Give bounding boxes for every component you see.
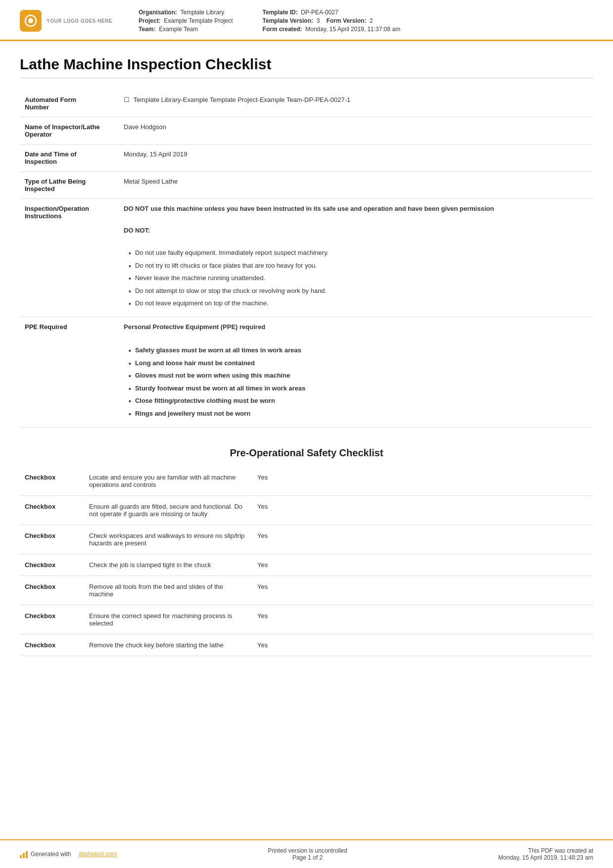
checklist-col1-4: Checkbox	[20, 576, 84, 605]
pdf-created-label: This PDF was created at	[498, 847, 593, 854]
checklist-row-6: Checkbox Remove the chuck key before sta…	[20, 634, 593, 656]
list-item: Sturdy footwear must be worn at all time…	[129, 383, 588, 396]
inspector-value: Dave Hodgson	[119, 117, 593, 145]
footer-left: Generated with dashpivot.com	[20, 850, 117, 858]
svg-point-1	[28, 18, 33, 23]
form-version-label: Form Version:	[327, 17, 367, 24]
list-item: Do not use faulty equipment. Immediately…	[129, 247, 588, 260]
header-meta: Organisation: Template Library Project: …	[139, 9, 593, 33]
checklist-col1-2: Checkbox	[20, 525, 84, 554]
list-item: Close fitting/protective clothing must b…	[129, 395, 588, 408]
checklist-col1-0: Checkbox	[20, 467, 84, 496]
team-line: Team: Example Team	[139, 26, 233, 33]
template-id-value: DP-PEA-0027	[301, 9, 338, 16]
pdf-created-value: Monday, 15 April 2019, 11:48:23 am	[498, 854, 593, 861]
version-line: Template Version: 3 Form Version: 2	[263, 17, 401, 24]
org-value: Template Library	[180, 9, 224, 16]
template-version-value: 3	[317, 17, 320, 24]
list-item: Safety glasses must be worn at all times…	[129, 345, 588, 358]
checklist-col3-6: Yes	[252, 634, 593, 656]
instructions-label: Inspection/OperationInstructions	[20, 199, 119, 317]
checklist-col3-5: Yes	[252, 605, 593, 634]
form-created-label: Form created:	[263, 26, 302, 33]
footer: Generated with dashpivot.com Printed ver…	[0, 839, 613, 868]
uncontrolled-text: Printed version is uncontrolled	[268, 847, 347, 854]
checklist-col2-3: Check the job is clamped tight in the ch…	[84, 554, 252, 576]
project-value: Example Template Project	[164, 17, 233, 24]
ppe-list: Safety glasses must be worn at all times…	[129, 345, 588, 421]
form-created-value: Monday, 15 April 2019, 11:37:08 am	[305, 26, 400, 33]
list-item: Rings and jewellery must not be worn	[129, 408, 588, 421]
list-item: Do not leave equipment on top of the mac…	[129, 298, 588, 311]
logo-text: YOUR LOGO GOES HERE	[47, 18, 112, 24]
checklist-col2-4: Remove all tools from the bed and slides…	[84, 576, 252, 605]
row-date: Date and Time ofInspection Monday, 15 Ap…	[20, 145, 593, 172]
template-version-label: Template Version:	[263, 17, 313, 24]
header-col-left: Organisation: Template Library Project: …	[139, 9, 233, 33]
checklist-col2-5: Ensure the correct speed for machining p…	[84, 605, 252, 634]
checklist-col2-1: Ensure all guards are fitted, secure and…	[84, 495, 252, 525]
ppe-header: Personal Protective Equipment (PPE) requ…	[124, 323, 588, 331]
lathe-type-label: Type of Lathe BeingInspected	[20, 172, 119, 199]
checklist-col3-3: Yes	[252, 554, 593, 576]
lathe-type-value: Metal Speed Lathe	[119, 172, 593, 199]
do-not-header: DO NOT:	[124, 227, 588, 234]
checklist-col2-6: Remove the chuck key before starting the…	[84, 634, 252, 656]
do-not-list: Do not use faulty equipment. Immediately…	[129, 247, 588, 311]
list-item: Do not try to lift chucks or face plates…	[129, 260, 588, 273]
checklist-col3-2: Yes	[252, 525, 593, 554]
header-col-right: Template ID: DP-PEA-0027 Template Versio…	[263, 9, 401, 33]
project-label: Project:	[139, 17, 161, 24]
row-lathe-type: Type of Lathe BeingInspected Metal Speed…	[20, 172, 593, 199]
row-ppe: PPE Required Personal Protective Equipme…	[20, 317, 593, 427]
checklist-col1-5: Checkbox	[20, 605, 84, 634]
checklist-col1-6: Checkbox	[20, 634, 84, 656]
team-label: Team:	[139, 26, 155, 33]
list-item: Gloves must not be worn when using this …	[129, 370, 588, 383]
checklist-row-5: Checkbox Ensure the correct speed for ma…	[20, 605, 593, 634]
template-id-line: Template ID: DP-PEA-0027	[263, 9, 401, 16]
checklist-row-2: Checkbox Check workspaces and walkways t…	[20, 525, 593, 554]
info-table: Automated FormNumber ☐ Template Library-…	[20, 90, 593, 428]
footer-link[interactable]: dashpivot.com	[79, 851, 117, 858]
page: YOUR LOGO GOES HERE Organisation: Templa…	[0, 0, 613, 868]
ppe-content: Personal Protective Equipment (PPE) requ…	[119, 317, 593, 427]
row-instructions: Inspection/OperationInstructions DO NOT …	[20, 199, 593, 317]
footer-center: Printed version is uncontrolled Page 1 o…	[268, 847, 347, 861]
generated-text: Generated with	[31, 851, 71, 858]
section-title: Pre-Operational Safety Checklist	[20, 442, 593, 459]
list-item: Do not attempt to slow or stop the chuck…	[129, 286, 588, 298]
form-number-value: ☐ Template Library-Example Template Proj…	[119, 90, 593, 117]
checklist-col3-4: Yes	[252, 576, 593, 605]
checklist-col3-0: Yes	[252, 467, 593, 496]
bar-chart-icon	[20, 850, 28, 858]
checklist-col2-2: Check workspaces and walkways to ensure …	[84, 525, 252, 554]
team-value: Example Team	[159, 26, 198, 33]
checklist-row-1: Checkbox Ensure all guards are fitted, s…	[20, 495, 593, 525]
date-label: Date and Time ofInspection	[20, 145, 119, 172]
checklist-col1-1: Checkbox	[20, 495, 84, 525]
header: YOUR LOGO GOES HERE Organisation: Templa…	[0, 0, 613, 41]
checklist-row-3: Checkbox Check the job is clamped tight …	[20, 554, 593, 576]
form-version-value: 2	[370, 17, 373, 24]
org-line: Organisation: Template Library	[139, 9, 233, 16]
ppe-label: PPE Required	[20, 317, 119, 427]
form-number-label: Automated FormNumber	[20, 90, 119, 117]
main-content: Lathe Machine Inspection Checklist Autom…	[0, 41, 613, 839]
template-id-label: Template ID:	[263, 9, 298, 16]
footer-right: This PDF was created at Monday, 15 April…	[498, 847, 593, 861]
instructions-bold-text: DO NOT use this machine unless you have …	[124, 205, 588, 212]
org-label: Organisation:	[139, 9, 177, 16]
checklist-col3-1: Yes	[252, 495, 593, 525]
date-value: Monday, 15 April 2019	[119, 145, 593, 172]
checklist-row-0: Checkbox Locate and ensure you are famil…	[20, 467, 593, 496]
form-created-line: Form created: Monday, 15 April 2019, 11:…	[263, 26, 401, 33]
page-text: Page 1 of 2	[268, 854, 347, 861]
checklist-col1-3: Checkbox	[20, 554, 84, 576]
page-title: Lathe Machine Inspection Checklist	[20, 56, 593, 78]
row-form-number: Automated FormNumber ☐ Template Library-…	[20, 90, 593, 117]
form-number-icon: ☐	[124, 96, 130, 103]
checklist-col2-0: Locate and ensure you are familiar with …	[84, 467, 252, 496]
row-inspector: Name of Inspector/LatheOperator Dave Hod…	[20, 117, 593, 145]
checklist-table: Checkbox Locate and ensure you are famil…	[20, 467, 593, 656]
